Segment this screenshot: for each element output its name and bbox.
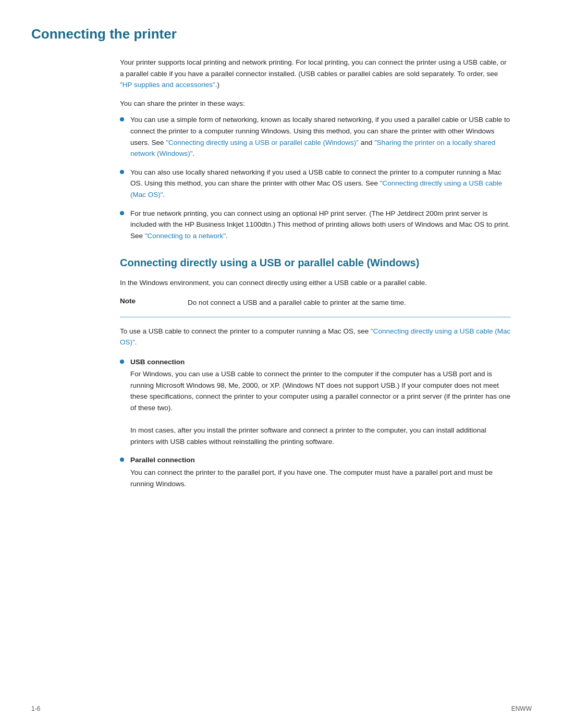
usb-connection-body: For Windows, you can use a USB cable to … [130, 368, 511, 447]
footer-enww: ENWW [511, 705, 532, 712]
section2-intro: In the Windows environment, you can conn… [120, 277, 511, 289]
footer-page-number: 1-6 [31, 705, 40, 712]
list-item-usb: USB connection For Windows, you can use … [120, 356, 511, 448]
hp-supplies-link[interactable]: "HP supplies and accessories" [120, 81, 215, 89]
bullet-icon [120, 117, 124, 121]
section2-title: Connecting directly using a USB or paral… [120, 257, 511, 269]
note-text: Do not connect a USB and a parallel cabl… [188, 297, 511, 309]
link-connecting-usb-mac[interactable]: "Connecting directly using a USB cable (… [130, 179, 502, 199]
connection-types-list: USB connection For Windows, you can use … [120, 356, 511, 490]
bullet-icon [120, 360, 124, 364]
note-block: Note Do not connect a USB and a parallel… [120, 297, 511, 317]
page-footer: 1-6 ENWW [31, 705, 532, 712]
bullet-icon [120, 170, 124, 174]
bullet-icon [120, 211, 124, 215]
list-item: For true network printing, you can conne… [120, 208, 511, 242]
note-link-paragraph: To use a USB cable to connect the printe… [120, 326, 511, 348]
link-connecting-network[interactable]: "Connecting to a network" [145, 232, 226, 240]
share-methods-list: You can use a simple form of networking,… [120, 114, 511, 241]
bullet-icon [120, 458, 124, 462]
list-item: You can use a simple form of networking,… [120, 114, 511, 159]
parallel-connection-body: You can connect the printer to the paral… [130, 467, 511, 489]
page-title: Connecting the printer [31, 26, 532, 42]
intro-paragraph-1: Your printer supports local printing and… [120, 57, 511, 91]
link-connecting-directly-windows[interactable]: "Connecting directly using a USB or para… [166, 139, 359, 146]
list-item: You can also use locally shared networki… [120, 167, 511, 201]
usb-connection-title: USB connection [130, 356, 511, 368]
parallel-connection-title: Parallel connection [130, 454, 511, 466]
note-label: Note [120, 297, 188, 305]
share-intro: You can share the printer in these ways: [120, 98, 511, 109]
list-item-parallel: Parallel connection You can connect the … [120, 454, 511, 489]
